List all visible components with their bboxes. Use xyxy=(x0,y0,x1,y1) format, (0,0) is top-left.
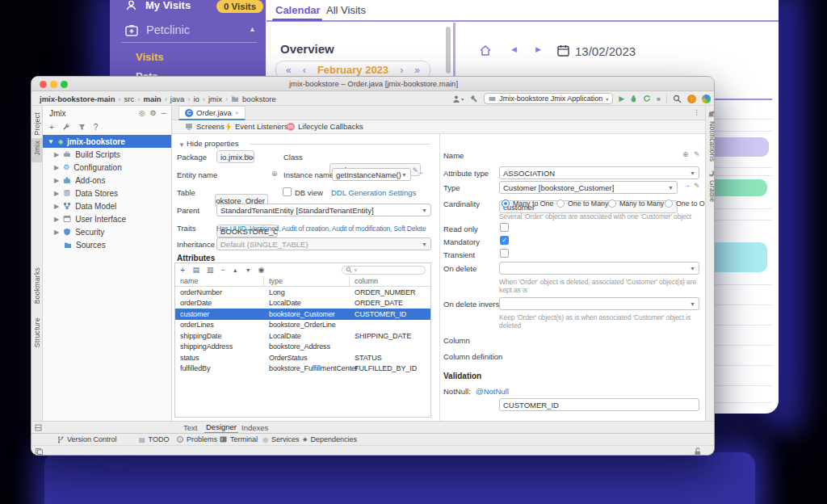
edit-pencil-icon[interactable]: ✎ xyxy=(246,153,252,162)
statusbar-todo[interactable]: ▤ TODO xyxy=(139,434,169,445)
run-configuration-select[interactable]: Jmix-bookstore Jmix Application ▾ xyxy=(484,93,613,104)
add-icon[interactable]: + xyxy=(49,123,54,132)
maximize-window-button[interactable] xyxy=(61,81,68,88)
chevron-right-icon[interactable]: ▶ xyxy=(54,203,59,210)
breadcrumb-item[interactable]: bookstore xyxy=(242,94,276,103)
tree-item-security[interactable]: ▶ Security xyxy=(43,225,171,238)
column-field[interactable]: CUSTOMER_ID xyxy=(499,398,699,411)
filter-icon[interactable] xyxy=(78,124,86,131)
radio-label[interactable]: Many to One xyxy=(513,200,553,208)
wrench-icon[interactable] xyxy=(62,123,70,131)
unlocked-icon[interactable] xyxy=(694,447,702,456)
toolwindow-gradle[interactable]: Gradle xyxy=(708,180,715,202)
on-delete-select[interactable]: ▼ xyxy=(499,262,699,275)
add-attribute-icon[interactable]: + xyxy=(180,265,185,275)
home-icon[interactable] xyxy=(480,45,491,56)
notnull-annotation-link[interactable]: @NotNull xyxy=(476,387,509,396)
lifecycle-callbacks-button[interactable]: m Lifecycle Callbacks xyxy=(287,122,363,131)
editor-tab-order-java[interactable]: C Order.java × xyxy=(178,106,246,120)
tree-item-data-stores[interactable]: ▶ Data Stores xyxy=(43,187,171,200)
table-row[interactable]: shippingDateLocalDateSHIPPING_DATE xyxy=(175,330,430,342)
remove-icon[interactable]: − xyxy=(220,266,225,274)
event-listeners-button[interactable]: Event Listeners xyxy=(225,122,288,131)
on-delete-inverse-select[interactable]: ▼ xyxy=(499,297,699,310)
gradle-icon[interactable] xyxy=(708,170,715,177)
radio-label[interactable]: One to Many xyxy=(568,200,608,208)
chevron-right-icon[interactable]: ▶ xyxy=(54,177,59,184)
collapse-caret-icon[interactable]: ▲ xyxy=(249,25,256,33)
globe-icon[interactable]: ⊕ xyxy=(682,150,689,158)
notifications-bell-icon[interactable] xyxy=(707,111,715,119)
edit-pencil-icon[interactable]: ✎ xyxy=(694,182,700,190)
goto-arrow-icon[interactable]: → xyxy=(682,180,691,189)
run-button[interactable]: ▶ xyxy=(619,94,624,103)
tree-item-build-scripts[interactable]: ▶ Build Scripts xyxy=(43,148,171,161)
tree-item-configuration[interactable]: ▶ ⚙ Configuration xyxy=(43,161,171,174)
screens-button[interactable]: Screens xyxy=(185,122,225,131)
move-up-icon[interactable]: ▲ xyxy=(233,267,238,273)
prev-day-icon[interactable]: ◀ xyxy=(511,45,517,53)
run-with-coverage-button[interactable] xyxy=(643,94,651,103)
breadcrumb-item[interactable]: java xyxy=(170,94,184,103)
sidebar-brand[interactable]: Petclinic xyxy=(125,23,190,36)
close-window-button[interactable] xyxy=(40,81,47,88)
table-row[interactable]: orderDateLocalDateORDER_DATE xyxy=(175,298,430,309)
radio-one-to-one[interactable] xyxy=(665,200,673,208)
hide-properties-toggle[interactable]: Hide properties xyxy=(187,139,238,148)
table-row[interactable]: statusOrderStatusSTATUS xyxy=(175,352,430,363)
first-month-button[interactable]: « xyxy=(286,65,292,76)
next-month-button[interactable]: › xyxy=(400,65,403,76)
titlebar[interactable]: jmix-bookstore – Order.java [jmix-bookst… xyxy=(31,77,715,91)
ddl-generation-settings-link[interactable]: DDL Generation Settings xyxy=(331,188,416,197)
date-picker-value[interactable]: 13/02/2023 xyxy=(575,44,636,58)
column-header-name[interactable]: name xyxy=(175,276,264,286)
tree-item-sources[interactable]: Sources xyxy=(43,238,171,251)
chevron-right-icon[interactable]: ▶ xyxy=(54,164,59,171)
copy-icon[interactable]: ▤ xyxy=(192,266,199,274)
tree-item-user-interface[interactable]: ▶ User Interface xyxy=(43,212,171,225)
windows-layout-icon[interactable] xyxy=(36,448,43,455)
next-day-icon[interactable]: ▶ xyxy=(535,45,541,53)
mandatory-checkbox[interactable]: ✓ xyxy=(500,236,509,245)
column-header-column[interactable]: column xyxy=(350,276,430,286)
traits-links[interactable]: Has UUID, Versioned, Audit of creation, … xyxy=(216,225,426,233)
tab-calendar[interactable]: Calendar xyxy=(275,4,321,16)
toolwindow-structure[interactable]: Structure xyxy=(33,317,41,347)
tab-options-icon[interactable]: ⋮ xyxy=(693,108,700,116)
chevron-right-icon[interactable]: ▶ xyxy=(54,229,59,236)
gear-icon[interactable]: ⚙ xyxy=(150,109,157,117)
search-everywhere-icon[interactable] xyxy=(673,94,682,103)
column-header-type[interactable]: type xyxy=(264,276,350,286)
view-icon[interactable]: ◉ xyxy=(258,266,265,274)
breadcrumb-item[interactable]: jmix-bookstore-main xyxy=(40,94,115,103)
table-row[interactable]: fulfilledBybookstore_FulfillmentCenterFU… xyxy=(175,363,430,375)
help-icon[interactable]: ? xyxy=(94,123,99,132)
breadcrumb-item[interactable]: io xyxy=(193,94,199,103)
parent-select[interactable]: StandardTenantEntity [StandardTenantEnti… xyxy=(216,204,431,216)
tree-root-row[interactable]: ▼ ◆ jmix-bookstore xyxy=(43,135,171,148)
transient-checkbox[interactable] xyxy=(500,249,509,258)
chevron-right-icon[interactable]: ▶ xyxy=(54,151,59,158)
radio-label[interactable]: Many to Many xyxy=(619,200,664,208)
debug-button[interactable] xyxy=(630,94,637,103)
globe-icon[interactable]: ⊕ xyxy=(271,170,278,178)
statusbar-problems[interactable]: i Problems xyxy=(177,434,217,445)
table-row[interactable]: orderLinesbookstore_OrderLine xyxy=(175,320,430,331)
tab-indexes[interactable]: Indexes xyxy=(240,422,270,434)
statusbar-terminal[interactable]: Terminal xyxy=(220,434,258,445)
toolwindow-notifications[interactable]: Notifications xyxy=(708,121,715,162)
build-hammer-icon[interactable] xyxy=(469,94,478,103)
edit-pencil-icon[interactable]: ✎ xyxy=(694,150,700,158)
statusbar-services[interactable]: ◎ Services xyxy=(262,434,300,445)
stop-button[interactable]: ■ xyxy=(657,95,661,103)
package-field[interactable]: io.jmix.bookstore ✎ xyxy=(216,150,254,163)
split-divider[interactable] xyxy=(439,134,440,421)
sidebar-item-visits[interactable]: Visits xyxy=(136,51,163,63)
instance-name-select[interactable]: getInstanceName() ▼ xyxy=(332,168,411,181)
chevron-right-icon[interactable]: ▶ xyxy=(54,190,59,197)
statusbar-version-control[interactable]: Version Control xyxy=(57,434,117,445)
attribute-type-select[interactable]: ASSOCIATION ▼ xyxy=(499,166,699,179)
radio-one-to-many[interactable] xyxy=(556,200,565,208)
toolwindow-switcher-icon[interactable] xyxy=(35,424,42,431)
collapse-section-icon[interactable]: ▼ xyxy=(178,141,185,149)
